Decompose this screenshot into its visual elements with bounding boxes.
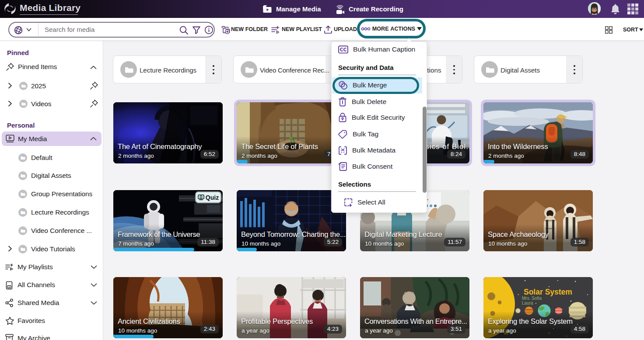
svg-text:Mrs. Sofia: Mrs. Sofia [522, 296, 542, 301]
svg-text:Solar System: Solar System [524, 288, 572, 296]
svg-text:Laura: Laura [522, 301, 533, 305]
